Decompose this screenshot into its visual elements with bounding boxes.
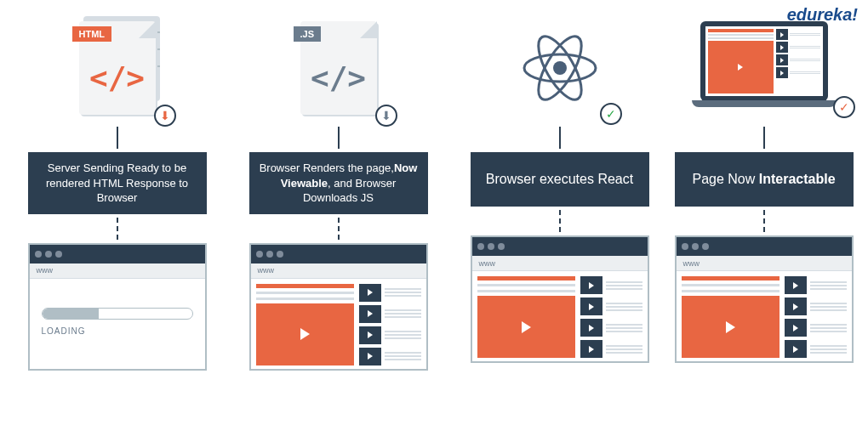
js-file-icon: .JS </> <box>300 21 377 115</box>
browser-rendered: www <box>249 243 428 371</box>
download-icon: ⬇ <box>375 105 397 127</box>
browser-loading: www LOADING <box>28 243 207 371</box>
stage-react: ✓ Browser executes React www <box>460 13 660 363</box>
stage-js: .JS </> ⬇ Browser Renders the page,Now V… <box>238 13 438 371</box>
stage-caption: Browser executes React <box>471 152 649 207</box>
stage-html: HTML </> ⬇ Server Sending Ready to be re… <box>17 13 217 371</box>
laptop-icon <box>692 21 837 115</box>
svg-point-3 <box>553 61 567 75</box>
react-logo-icon <box>517 26 602 110</box>
check-icon: ✓ <box>833 96 855 118</box>
html-file-icon: HTML </> <box>79 21 156 115</box>
stage-caption: Server Sending Ready to be rendered HTML… <box>28 152 207 214</box>
check-icon: ✓ <box>600 103 622 125</box>
stage-caption: Page Now Interactable <box>675 152 854 207</box>
stage-interactable: ✓ Page Now Interactable www <box>664 13 864 363</box>
download-icon: ⬇ <box>154 105 176 127</box>
stage-caption: Browser Renders the page,Now Viewable, a… <box>249 152 428 214</box>
browser-react: www <box>471 235 649 363</box>
browser-final: www <box>675 235 854 363</box>
